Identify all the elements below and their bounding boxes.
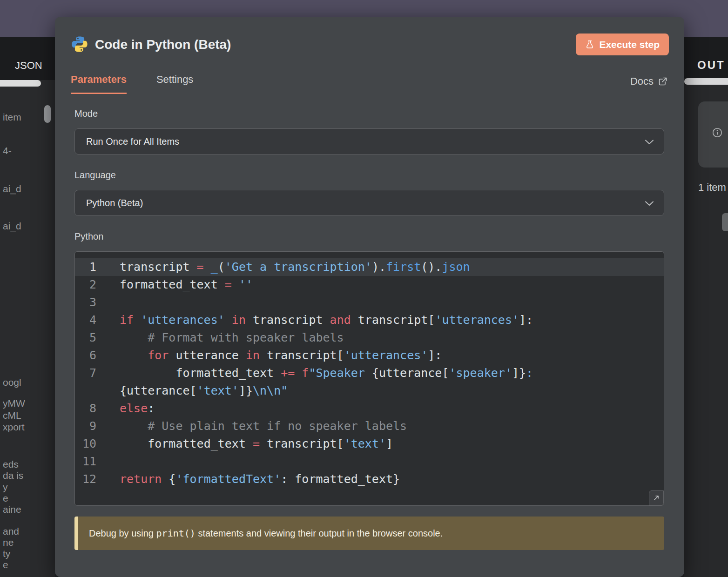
code-line[interactable]: 3	[75, 294, 664, 311]
code-line-text: formatted_text = ''	[106, 276, 664, 294]
code-line[interactable]: 1transcript = _('Get a transcription').f…	[75, 258, 664, 276]
line-number: 11	[75, 453, 106, 470]
expand-editor-button[interactable]	[649, 490, 664, 505]
code-line[interactable]: 6 for utterance in transcript['utterance…	[75, 347, 664, 364]
line-number: 2	[75, 276, 106, 294]
truncated-text: yMW	[3, 398, 25, 409]
left-horizontal-scrollbar[interactable]	[0, 80, 41, 87]
line-number: 12	[75, 470, 106, 488]
language-select-value: Python (Beta)	[86, 198, 143, 208]
truncated-text: e	[3, 493, 8, 504]
code-line-text: if 'utterances' in transcript and transc…	[106, 311, 664, 329]
code-editor[interactable]: 1transcript = _('Get a transcription').f…	[74, 251, 664, 506]
code-node-modal: Code in Python (Beta) Execute step Param…	[55, 17, 684, 577]
truncated-text: aine	[3, 504, 21, 515]
tab-parameters[interactable]: Parameters	[71, 74, 127, 94]
notice-prefix: Debug by using	[89, 528, 156, 538]
right-horizontal-scrollbar[interactable]	[684, 78, 728, 85]
execute-step-label: Execute step	[599, 39, 660, 50]
code-line[interactable]: 10 formatted_text = transcript['text']	[75, 435, 664, 453]
code-line-text: return {'formattedText': formatted_text}	[106, 470, 664, 488]
info-icon[interactable]	[712, 127, 722, 138]
truncated-text: da is	[3, 470, 23, 481]
code-line[interactable]: 11	[75, 453, 664, 470]
code-lines: 1transcript = _('Get a transcription').f…	[75, 258, 664, 488]
language-label: Language	[74, 170, 116, 181]
truncated-text: oogl	[3, 377, 21, 388]
line-number: 7	[75, 364, 106, 382]
truncated-text: 4-	[3, 145, 12, 156]
mode-select-value: Run Once for All Items	[86, 136, 179, 147]
notice-suffix: statements and viewing their output in t…	[195, 528, 443, 538]
truncated-text: item	[3, 112, 21, 123]
code-line-text: # Format with speaker labels	[106, 329, 664, 347]
expand-icon	[653, 495, 660, 501]
docs-link[interactable]: Docs	[630, 75, 667, 87]
mode-label: Mode	[74, 108, 98, 119]
output-card	[698, 101, 728, 168]
right-panel-header	[684, 37, 728, 78]
code-line[interactable]: 2formatted_text = ''	[75, 276, 664, 294]
line-number: 6	[75, 347, 106, 364]
code-line-text: formatted_text = transcript['text']	[106, 435, 664, 453]
code-line[interactable]: 12return {'formattedText': formatted_tex…	[75, 470, 664, 488]
code-line[interactable]: 7 formatted_text += f"Speaker {utterance…	[75, 364, 664, 400]
truncated-text: y	[3, 482, 8, 493]
code-line[interactable]: 9 # Use plain text if no speaker labels	[75, 417, 664, 435]
notice-code: print()	[156, 528, 195, 539]
chevron-down-icon	[645, 140, 654, 145]
line-number: 4	[75, 311, 106, 329]
truncated-text: e	[3, 559, 8, 570]
right-edge-scrollbar[interactable]	[722, 213, 728, 231]
truncated-text: ty	[3, 548, 10, 559]
mode-select[interactable]: Run Once for All Items	[74, 128, 664, 154]
truncated-text: xport	[3, 422, 25, 433]
output-panel-title: OUT	[697, 59, 725, 72]
flask-icon	[585, 40, 594, 49]
code-line-text: formatted_text += f"Speaker {utterance['…	[106, 364, 664, 400]
code-line-text: transcript = _('Get a transcription').fi…	[106, 258, 664, 276]
code-line-text: else:	[106, 400, 664, 417]
tab-json[interactable]: JSON	[15, 60, 42, 72]
code-editor-label: Python	[74, 231, 103, 242]
modal-title: Code in Python (Beta)	[95, 37, 231, 52]
modal-tabs: Parameters Settings	[71, 74, 193, 94]
docs-label: Docs	[630, 75, 654, 87]
execute-step-button[interactable]: Execute step	[576, 34, 669, 55]
external-link-icon	[658, 77, 667, 86]
left-vertical-scrollbar[interactable]	[44, 105, 51, 123]
line-number: 9	[75, 417, 106, 435]
python-logo-icon	[71, 35, 88, 53]
line-number: 3	[75, 294, 106, 311]
truncated-text: ne	[3, 537, 13, 548]
truncated-text: ai_d	[3, 183, 21, 195]
code-line[interactable]: 8else:	[75, 400, 664, 417]
code-line[interactable]: 4if 'utterances' in transcript and trans…	[75, 311, 664, 329]
truncated-text: eds	[3, 459, 19, 470]
truncated-text: ai_d	[3, 221, 21, 232]
debug-notice: Debug by using print() statements and vi…	[74, 517, 664, 550]
line-number: 1	[75, 258, 106, 276]
line-number: 5	[75, 329, 106, 347]
code-line[interactable]: 5 # Format with speaker labels	[75, 329, 664, 347]
code-line-text: for utterance in transcript['utterances'…	[106, 347, 664, 364]
code-line-text: # Use plain text if no speaker labels	[106, 417, 664, 435]
truncated-text: and	[3, 526, 19, 537]
line-number: 8	[75, 400, 106, 417]
language-select[interactable]: Python (Beta)	[74, 190, 664, 216]
output-item-count: 1 item	[698, 181, 726, 194]
truncated-text: cML	[3, 410, 21, 421]
tab-settings[interactable]: Settings	[156, 74, 194, 94]
left-panel-header	[0, 37, 55, 80]
chevron-down-icon	[645, 201, 654, 206]
line-number: 10	[75, 435, 106, 453]
